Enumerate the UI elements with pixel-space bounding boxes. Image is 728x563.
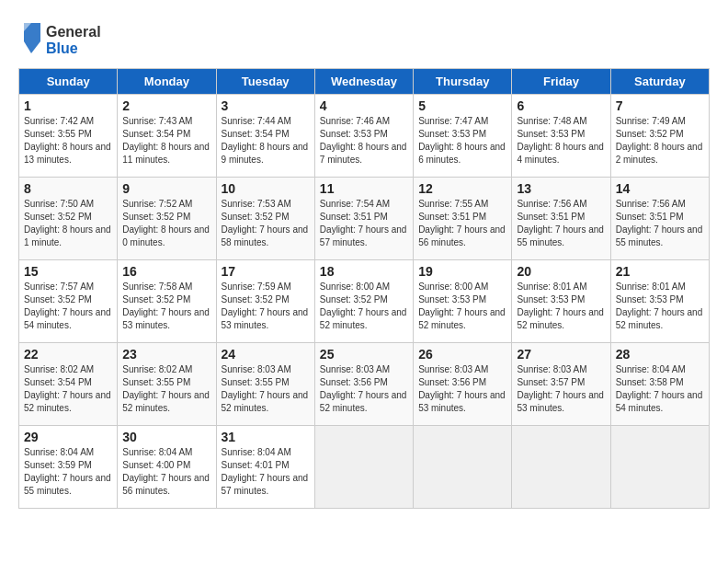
calendar-cell: 2Sunrise: 7:43 AMSunset: 3:54 PMDaylight… bbox=[118, 95, 216, 178]
day-number: 18 bbox=[320, 264, 408, 279]
day-info: Sunrise: 8:03 AMSunset: 3:55 PMDaylight:… bbox=[222, 363, 310, 415]
weekday-header-tuesday: Tuesday bbox=[216, 69, 314, 95]
weekday-header-thursday: Thursday bbox=[414, 69, 512, 95]
day-number: 12 bbox=[418, 181, 506, 196]
day-number: 27 bbox=[517, 347, 605, 362]
calendar-cell: 14Sunrise: 7:56 AMSunset: 3:51 PMDayligh… bbox=[610, 178, 709, 260]
day-info: Sunrise: 8:00 AMSunset: 3:53 PMDaylight:… bbox=[418, 281, 506, 332]
day-info: Sunrise: 7:50 AMSunset: 3:52 PMDaylight:… bbox=[24, 198, 112, 249]
calendar-cell bbox=[610, 426, 709, 509]
day-number: 19 bbox=[418, 264, 506, 279]
day-info: Sunrise: 8:00 AMSunset: 3:52 PMDaylight:… bbox=[320, 281, 408, 332]
day-info: Sunrise: 7:46 AMSunset: 3:53 PMDaylight:… bbox=[320, 115, 408, 167]
calendar-cell: 9Sunrise: 7:52 AMSunset: 3:52 PMDaylight… bbox=[118, 178, 216, 260]
day-info: Sunrise: 7:56 AMSunset: 3:51 PMDaylight:… bbox=[517, 198, 605, 249]
calendar-cell bbox=[512, 426, 610, 509]
day-info: Sunrise: 7:52 AMSunset: 3:52 PMDaylight:… bbox=[122, 198, 210, 249]
day-number: 15 bbox=[24, 264, 112, 279]
calendar-table: SundayMondayTuesdayWednesdayThursdayFrid… bbox=[18, 68, 710, 509]
calendar-week-5: 29Sunrise: 8:04 AMSunset: 3:59 PMDayligh… bbox=[19, 426, 710, 509]
day-info: Sunrise: 8:04 AMSunset: 4:00 PMDaylight:… bbox=[122, 446, 210, 498]
calendar-cell: 18Sunrise: 8:00 AMSunset: 3:52 PMDayligh… bbox=[314, 260, 413, 343]
day-info: Sunrise: 7:53 AMSunset: 3:52 PMDaylight:… bbox=[222, 198, 310, 249]
day-number: 23 bbox=[122, 347, 210, 362]
day-number: 1 bbox=[24, 98, 112, 113]
day-info: Sunrise: 7:59 AMSunset: 3:52 PMDaylight:… bbox=[222, 281, 310, 332]
day-number: 10 bbox=[222, 181, 310, 196]
day-number: 3 bbox=[222, 98, 310, 113]
calendar-cell: 10Sunrise: 7:53 AMSunset: 3:52 PMDayligh… bbox=[216, 178, 314, 260]
day-number: 28 bbox=[616, 347, 704, 362]
day-number: 7 bbox=[616, 98, 704, 113]
day-number: 5 bbox=[418, 98, 506, 113]
day-info: Sunrise: 7:55 AMSunset: 3:51 PMDaylight:… bbox=[418, 198, 506, 249]
day-info: Sunrise: 8:02 AMSunset: 3:55 PMDaylight:… bbox=[122, 363, 210, 415]
day-number: 24 bbox=[222, 347, 310, 362]
day-number: 16 bbox=[122, 264, 210, 279]
day-number: 17 bbox=[222, 264, 310, 279]
day-info: Sunrise: 8:01 AMSunset: 3:53 PMDaylight:… bbox=[517, 281, 605, 332]
day-number: 14 bbox=[616, 181, 704, 196]
day-info: Sunrise: 7:58 AMSunset: 3:52 PMDaylight:… bbox=[122, 281, 210, 332]
calendar-week-3: 15Sunrise: 7:57 AMSunset: 3:52 PMDayligh… bbox=[19, 260, 710, 343]
calendar-cell: 4Sunrise: 7:46 AMSunset: 3:53 PMDaylight… bbox=[314, 95, 413, 178]
svg-text:Blue: Blue bbox=[46, 40, 78, 56]
day-number: 20 bbox=[517, 264, 605, 279]
day-number: 2 bbox=[122, 98, 210, 113]
day-info: Sunrise: 7:54 AMSunset: 3:51 PMDaylight:… bbox=[320, 198, 408, 249]
day-info: Sunrise: 8:03 AMSunset: 3:56 PMDaylight:… bbox=[320, 363, 408, 415]
calendar-cell bbox=[314, 426, 413, 509]
day-number: 29 bbox=[24, 430, 112, 444]
calendar-cell: 20Sunrise: 8:01 AMSunset: 3:53 PMDayligh… bbox=[512, 260, 610, 343]
calendar-cell: 15Sunrise: 7:57 AMSunset: 3:52 PMDayligh… bbox=[19, 260, 118, 343]
calendar-cell: 17Sunrise: 7:59 AMSunset: 3:52 PMDayligh… bbox=[216, 260, 314, 343]
weekday-header-row: SundayMondayTuesdayWednesdayThursdayFrid… bbox=[19, 69, 710, 95]
day-number: 11 bbox=[320, 181, 408, 196]
calendar-cell: 7Sunrise: 7:49 AMSunset: 3:52 PMDaylight… bbox=[610, 95, 709, 178]
day-number: 30 bbox=[122, 430, 210, 444]
day-info: Sunrise: 8:04 AMSunset: 3:59 PMDaylight:… bbox=[24, 446, 112, 498]
day-number: 21 bbox=[616, 264, 704, 279]
logo: GeneralBlue bbox=[18, 18, 101, 59]
day-number: 25 bbox=[320, 347, 408, 362]
weekday-header-saturday: Saturday bbox=[610, 69, 709, 95]
day-info: Sunrise: 7:42 AMSunset: 3:55 PMDaylight:… bbox=[24, 115, 112, 167]
calendar-cell: 8Sunrise: 7:50 AMSunset: 3:52 PMDaylight… bbox=[19, 178, 118, 260]
day-info: Sunrise: 7:49 AMSunset: 3:52 PMDaylight:… bbox=[616, 115, 704, 167]
day-info: Sunrise: 8:04 AMSunset: 3:58 PMDaylight:… bbox=[616, 363, 704, 415]
calendar-cell: 1Sunrise: 7:42 AMSunset: 3:55 PMDaylight… bbox=[19, 95, 118, 178]
calendar-cell: 16Sunrise: 7:58 AMSunset: 3:52 PMDayligh… bbox=[118, 260, 216, 343]
calendar-cell: 22Sunrise: 8:02 AMSunset: 3:54 PMDayligh… bbox=[19, 343, 118, 426]
day-info: Sunrise: 8:01 AMSunset: 3:53 PMDaylight:… bbox=[616, 281, 704, 332]
svg-text:General: General bbox=[46, 24, 101, 40]
day-info: Sunrise: 7:47 AMSunset: 3:53 PMDaylight:… bbox=[418, 115, 506, 167]
calendar-cell: 12Sunrise: 7:55 AMSunset: 3:51 PMDayligh… bbox=[414, 178, 512, 260]
day-info: Sunrise: 7:43 AMSunset: 3:54 PMDaylight:… bbox=[122, 115, 210, 167]
calendar-cell: 24Sunrise: 8:03 AMSunset: 3:55 PMDayligh… bbox=[216, 343, 314, 426]
day-info: Sunrise: 8:03 AMSunset: 3:57 PMDaylight:… bbox=[517, 363, 605, 415]
page-header: GeneralBlue bbox=[18, 18, 710, 59]
day-info: Sunrise: 7:57 AMSunset: 3:52 PMDaylight:… bbox=[24, 281, 112, 332]
calendar-cell: 3Sunrise: 7:44 AMSunset: 3:54 PMDaylight… bbox=[216, 95, 314, 178]
day-number: 8 bbox=[24, 181, 112, 196]
calendar-week-4: 22Sunrise: 8:02 AMSunset: 3:54 PMDayligh… bbox=[19, 343, 710, 426]
day-number: 4 bbox=[320, 98, 408, 113]
day-number: 22 bbox=[24, 347, 112, 362]
calendar-week-1: 1Sunrise: 7:42 AMSunset: 3:55 PMDaylight… bbox=[19, 95, 710, 178]
calendar-cell: 13Sunrise: 7:56 AMSunset: 3:51 PMDayligh… bbox=[512, 178, 610, 260]
day-number: 26 bbox=[418, 347, 506, 362]
weekday-header-monday: Monday bbox=[118, 69, 216, 95]
day-info: Sunrise: 7:48 AMSunset: 3:53 PMDaylight:… bbox=[517, 115, 605, 167]
day-info: Sunrise: 8:02 AMSunset: 3:54 PMDaylight:… bbox=[24, 363, 112, 415]
day-info: Sunrise: 8:03 AMSunset: 3:56 PMDaylight:… bbox=[418, 363, 506, 415]
calendar-cell: 11Sunrise: 7:54 AMSunset: 3:51 PMDayligh… bbox=[314, 178, 413, 260]
day-number: 9 bbox=[122, 181, 210, 196]
day-info: Sunrise: 8:04 AMSunset: 4:01 PMDaylight:… bbox=[222, 446, 310, 498]
calendar-cell: 29Sunrise: 8:04 AMSunset: 3:59 PMDayligh… bbox=[19, 426, 118, 509]
weekday-header-friday: Friday bbox=[512, 69, 610, 95]
calendar-cell bbox=[414, 426, 512, 509]
calendar-cell: 31Sunrise: 8:04 AMSunset: 4:01 PMDayligh… bbox=[216, 426, 314, 509]
calendar-cell: 27Sunrise: 8:03 AMSunset: 3:57 PMDayligh… bbox=[512, 343, 610, 426]
calendar-week-2: 8Sunrise: 7:50 AMSunset: 3:52 PMDaylight… bbox=[19, 178, 710, 260]
calendar-cell: 19Sunrise: 8:00 AMSunset: 3:53 PMDayligh… bbox=[414, 260, 512, 343]
